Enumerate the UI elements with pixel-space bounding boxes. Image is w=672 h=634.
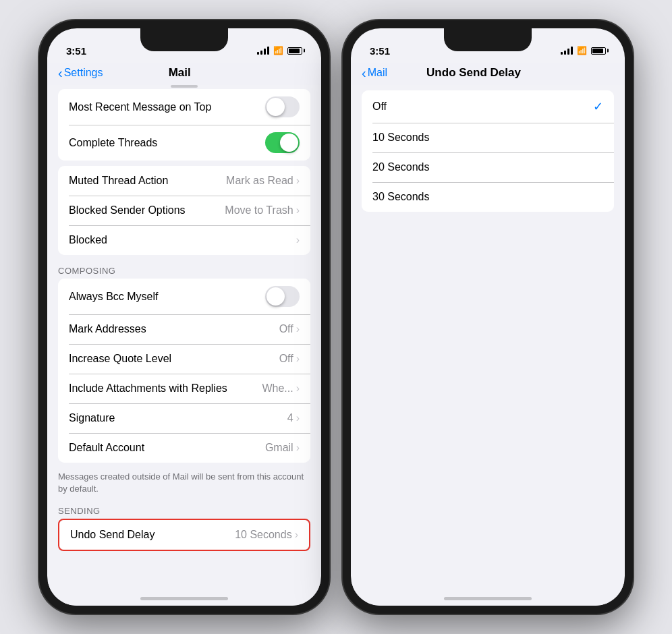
battery-icon-right <box>591 47 606 55</box>
label-muted-thread: Muted Thread Action <box>69 175 226 187</box>
scroll-bar <box>171 85 198 88</box>
value-include-attachments: Whe... <box>262 382 293 395</box>
chevron-signature: › <box>296 412 300 424</box>
row-default-account[interactable]: Default Account Gmail › <box>58 433 310 463</box>
chevron-include-attachments: › <box>296 382 300 395</box>
row-increase-quote[interactable]: Increase Quote Level Off › <box>58 344 310 374</box>
label-option-off: Off <box>372 100 593 113</box>
status-icons-right: 📶 <box>561 46 606 55</box>
nav-title-left: Mail <box>103 66 256 80</box>
option-off[interactable]: Off ✓ <box>362 90 614 123</box>
value-undo-send-delay: 10 Seconds <box>235 529 292 541</box>
row-blocked-sender[interactable]: Blocked Sender Options Move to Trash › <box>58 196 310 225</box>
row-highlighted-container: Undo Send Delay 10 Seconds › <box>58 519 310 551</box>
phones-container: 3:51 📶 ‹ Se <box>39 20 633 614</box>
group-delay-options: Off ✓ 10 Seconds 20 Seconds 30 Seconds <box>362 90 614 212</box>
time-right: 3:51 <box>370 45 390 57</box>
back-chevron-right: ‹ <box>362 66 366 80</box>
phone-undo-send: 3:51 📶 ‹ Ma <box>343 20 633 614</box>
chevron-undo-send-delay: › <box>295 529 298 541</box>
row-include-attachments[interactable]: Include Attachments with Replies Whe... … <box>58 374 310 403</box>
label-undo-send-delay: Undo Send Delay <box>70 529 235 541</box>
label-increase-quote: Increase Quote Level <box>69 353 279 365</box>
label-mark-addresses: Mark Addresses <box>69 323 279 335</box>
label-signature: Signature <box>69 412 287 424</box>
back-chevron-left: ‹ <box>58 66 63 80</box>
row-most-recent[interactable]: Most Recent Message on Top <box>58 89 310 125</box>
label-blocked: Blocked <box>69 234 296 246</box>
phone-screen-left: 3:51 📶 ‹ Se <box>47 28 321 606</box>
nav-bar-right: ‹ Mail Undo Send Delay <box>351 63 625 85</box>
checkmark-off: ✓ <box>593 99 603 114</box>
home-bar-left <box>140 597 228 600</box>
option-20s[interactable]: 20 Seconds <box>362 152 614 182</box>
row-complete-threads[interactable]: Complete Threads <box>58 125 310 161</box>
value-muted-thread: Mark as Read <box>226 175 293 187</box>
chevron-blocked-sender: › <box>296 204 300 217</box>
label-blocked-sender: Blocked Sender Options <box>69 204 225 217</box>
battery-icon-left <box>287 47 302 55</box>
scroll-content-left[interactable]: Most Recent Message on Top Complete Thre… <box>47 85 321 583</box>
group-composing: Always Bcc Myself Mark Addresses Off › I… <box>58 279 310 463</box>
row-blocked[interactable]: Blocked › <box>58 225 310 255</box>
phone-screen-right: 3:51 📶 ‹ Ma <box>351 28 625 606</box>
label-option-20s: 20 Seconds <box>372 161 603 173</box>
signal-icon-right <box>561 47 573 55</box>
home-indicator-left <box>47 583 321 606</box>
chevron-mark-addresses: › <box>296 323 300 335</box>
nav-bar-left: ‹ Settings Mail <box>47 63 321 85</box>
label-complete-threads: Complete Threads <box>69 137 265 149</box>
toggle-always-bcc[interactable] <box>265 286 300 307</box>
phone-mail-settings: 3:51 📶 ‹ Se <box>39 20 329 614</box>
status-icons-left: 📶 <box>257 46 302 55</box>
row-signature[interactable]: Signature 4 › <box>58 403 310 433</box>
group-threading: Muted Thread Action Mark as Read › Block… <box>58 166 310 255</box>
chevron-increase-quote: › <box>296 353 300 365</box>
chevron-default-account: › <box>296 442 300 454</box>
toggle-complete-threads[interactable] <box>265 132 300 153</box>
signal-icon-left <box>257 47 269 55</box>
toggle-most-recent[interactable] <box>265 96 300 117</box>
back-button-left[interactable]: ‹ Settings <box>58 66 103 80</box>
label-always-bcc: Always Bcc Myself <box>69 291 265 303</box>
home-indicator-right <box>351 583 625 606</box>
label-include-attachments: Include Attachments with Replies <box>69 382 262 395</box>
value-mark-addresses: Off <box>279 323 293 335</box>
label-option-30s: 30 Seconds <box>372 191 603 203</box>
notch <box>140 28 228 51</box>
footer-composing: Messages created outside of Mail will be… <box>47 468 321 500</box>
nav-title-right: Undo Send Delay <box>387 66 560 80</box>
row-always-bcc[interactable]: Always Bcc Myself <box>58 279 310 314</box>
home-bar-right <box>444 597 532 600</box>
section-label-sending: SENDING <box>47 500 321 519</box>
value-default-account: Gmail <box>265 442 293 454</box>
group-display: Most Recent Message on Top Complete Thre… <box>58 89 310 161</box>
back-label-right: Mail <box>368 67 387 79</box>
label-default-account: Default Account <box>69 442 265 454</box>
value-increase-quote: Off <box>279 353 293 365</box>
time-left: 3:51 <box>66 45 86 57</box>
chevron-muted-thread: › <box>296 175 300 187</box>
section-label-composing: COMPOSING <box>47 260 321 279</box>
row-mark-addresses[interactable]: Mark Addresses Off › <box>58 314 310 344</box>
value-blocked-sender: Move to Trash <box>225 204 293 217</box>
row-muted-thread[interactable]: Muted Thread Action Mark as Read › <box>58 166 310 196</box>
wifi-icon-left: 📶 <box>273 46 283 55</box>
back-button-right[interactable]: ‹ Mail <box>362 66 387 80</box>
option-30s[interactable]: 30 Seconds <box>362 182 614 212</box>
label-most-recent: Most Recent Message on Top <box>69 101 265 113</box>
notch-right <box>444 28 532 51</box>
option-10s[interactable]: 10 Seconds <box>362 123 614 152</box>
value-signature: 4 <box>287 412 293 424</box>
row-undo-send-delay[interactable]: Undo Send Delay 10 Seconds › <box>59 520 309 550</box>
label-option-10s: 10 Seconds <box>372 132 603 144</box>
wifi-icon-right: 📶 <box>577 46 587 55</box>
back-label-left: Settings <box>64 67 103 79</box>
scroll-content-right[interactable]: Off ✓ 10 Seconds 20 Seconds 30 Seconds <box>351 85 625 583</box>
chevron-blocked: › <box>296 234 300 246</box>
